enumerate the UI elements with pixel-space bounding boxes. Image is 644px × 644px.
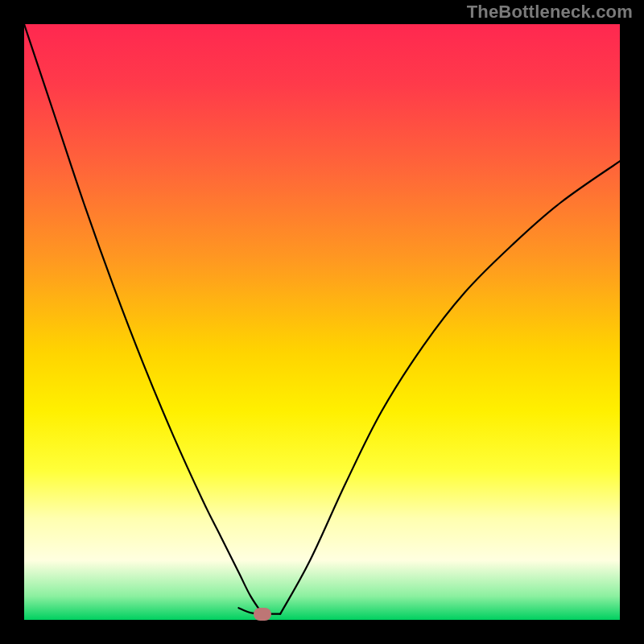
plot-area — [24, 24, 620, 620]
curve-svg — [24, 24, 620, 620]
curve-right-branch — [280, 161, 620, 613]
minimum-marker — [254, 608, 271, 621]
chart-stage: TheBottleneck.com — [0, 0, 644, 644]
watermark-text: TheBottleneck.com — [467, 2, 633, 23]
curve-left-branch — [24, 24, 262, 614]
